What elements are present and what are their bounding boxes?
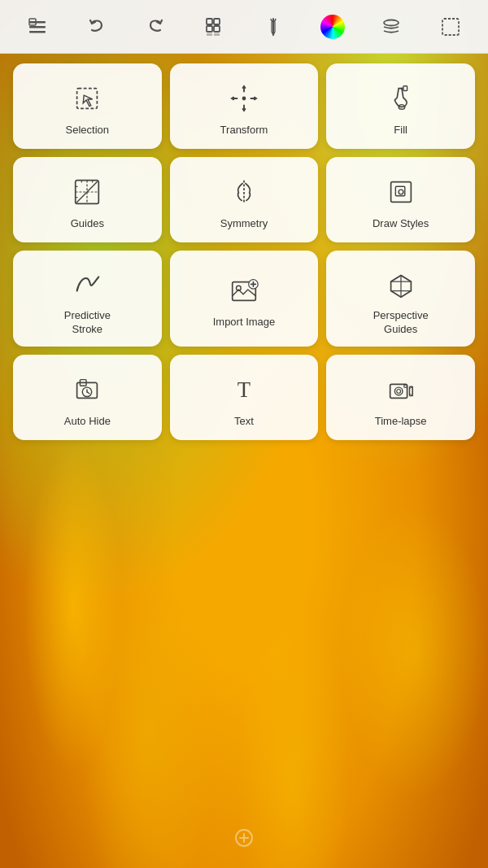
svg-rect-11 — [442, 19, 459, 35]
grid-button[interactable] — [197, 9, 233, 45]
svg-line-33 — [390, 276, 400, 282]
layers-button[interactable] — [373, 9, 409, 45]
bottom-indicator — [232, 826, 256, 853]
color-button[interactable] — [315, 9, 351, 45]
fill-label: Fill — [394, 124, 407, 137]
time-lapse-label: Time-lapse — [375, 415, 427, 429]
menu-icon — [26, 15, 49, 38]
svg-rect-2 — [29, 31, 46, 33]
guides-label: Guides — [71, 217, 104, 231]
svg-rect-0 — [29, 21, 46, 24]
tool-fill[interactable]: Fill — [326, 63, 475, 149]
grid-icon — [203, 15, 226, 38]
auto-hide-icon — [67, 369, 107, 410]
svg-rect-12 — [77, 89, 98, 109]
svg-rect-6 — [207, 26, 212, 32]
svg-rect-9 — [214, 33, 220, 36]
undo-button[interactable] — [79, 9, 115, 45]
redo-icon — [144, 15, 167, 38]
guides-icon — [67, 172, 107, 212]
draw-styles-label: Draw Styles — [373, 217, 429, 231]
tools-grid: Selection Transform Fill — [0, 54, 488, 450]
undo-icon — [85, 15, 108, 38]
import-image-label: Import Image — [213, 316, 276, 329]
perspective-guides-icon — [381, 264, 421, 304]
transform-icon — [224, 78, 264, 119]
tool-time-lapse[interactable]: Time-lapse — [326, 355, 475, 440]
tool-draw-styles[interactable]: Draw Styles — [326, 157, 475, 242]
tool-guides[interactable]: Guides — [13, 157, 162, 242]
tool-predictive-stroke[interactable]: Predictive Stroke — [13, 251, 162, 347]
transform-label: Transform — [220, 124, 268, 137]
fill-icon — [381, 78, 421, 119]
layers-icon — [380, 15, 403, 38]
selection-label: Selection — [66, 124, 109, 137]
svg-point-27 — [399, 190, 403, 194]
predictive-stroke-label: Predictive Stroke — [64, 309, 111, 337]
symmetry-label: Symmetry — [220, 217, 268, 231]
text-label: Text — [234, 415, 254, 429]
symmetry-icon — [224, 172, 264, 212]
svg-point-42 — [394, 387, 403, 395]
svg-line-39 — [87, 392, 89, 394]
svg-point-13 — [242, 97, 246, 101]
auto-hide-label: Auto Hide — [64, 415, 111, 429]
brush-button[interactable] — [255, 9, 291, 45]
perspective-guides-label: Perspective Guides — [373, 309, 429, 337]
svg-rect-41 — [390, 384, 407, 398]
tool-auto-hide[interactable]: Auto Hide — [13, 355, 162, 440]
svg-rect-8 — [207, 33, 212, 36]
toolbar — [0, 0, 488, 54]
svg-rect-1 — [29, 26, 46, 28]
brush-icon — [262, 15, 285, 38]
time-lapse-icon — [381, 369, 421, 410]
svg-rect-25 — [390, 182, 411, 203]
import-image-icon — [224, 270, 264, 311]
svg-point-10 — [384, 20, 399, 25]
tool-text[interactable]: T Text — [170, 355, 319, 440]
svg-point-44 — [396, 389, 400, 393]
color-wheel-icon — [320, 15, 345, 39]
tool-selection[interactable]: Selection — [13, 63, 162, 149]
tool-import-image[interactable]: Import Image — [170, 251, 319, 347]
svg-rect-7 — [214, 26, 220, 32]
selection-box-button[interactable] — [433, 9, 468, 45]
selection-box-icon — [439, 15, 462, 38]
svg-rect-4 — [207, 19, 212, 24]
draw-styles-icon — [381, 172, 421, 212]
selection-icon — [67, 78, 107, 119]
tool-perspective-guides[interactable]: Perspective Guides — [326, 251, 475, 347]
svg-rect-16 — [403, 86, 407, 91]
predictive-stroke-icon — [67, 264, 107, 304]
redo-button[interactable] — [137, 9, 173, 45]
tool-symmetry[interactable]: Symmetry — [170, 157, 319, 242]
text-icon: T — [224, 369, 264, 410]
tool-transform[interactable]: Transform — [170, 63, 319, 149]
menu-button[interactable] — [20, 9, 55, 45]
svg-text:T: T — [237, 377, 251, 401]
svg-rect-5 — [214, 19, 220, 24]
svg-line-34 — [401, 276, 411, 282]
